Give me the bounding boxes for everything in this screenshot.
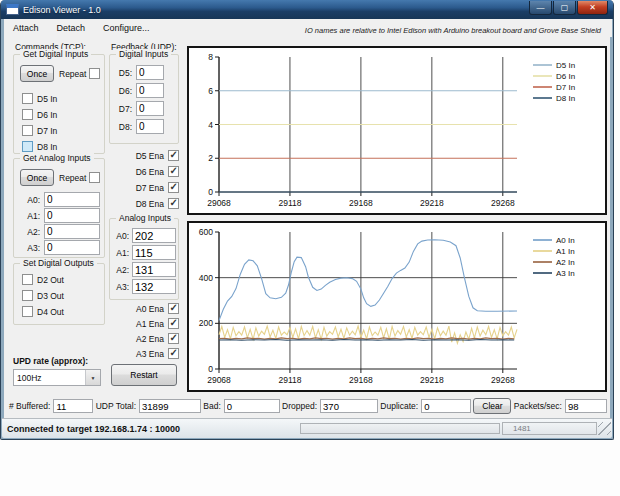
connection-status: Connected to target 192.168.1.74 : 10000 — [2, 424, 300, 434]
a1-ena-label: A1 Ena — [136, 319, 164, 329]
svg-text:A1 In: A1 In — [556, 247, 575, 256]
desktop: Edison Viewer - 1.0 — ▢ ✕ Attach Detach … — [0, 0, 620, 496]
get-analog-repeat-label: Repeat — [59, 173, 86, 183]
buffered-field[interactable] — [53, 399, 93, 413]
svg-text:29118: 29118 — [278, 375, 301, 385]
svg-text:29218: 29218 — [420, 198, 444, 208]
a3-ena-label: A3 Ena — [136, 349, 164, 359]
svg-text:8: 8 — [208, 52, 213, 62]
resize-grip-icon[interactable] — [598, 422, 611, 435]
get-digital-repeat-checkbox[interactable] — [89, 68, 100, 79]
svg-text:400: 400 — [199, 273, 213, 283]
svg-text:29268: 29268 — [491, 198, 515, 208]
svg-text:D5 In: D5 In — [556, 61, 575, 70]
fb-a2-field[interactable] — [132, 262, 176, 277]
duplicate-label: Duplicate: — [380, 401, 418, 411]
feedback-analog-group: Analog Inputs A0: A1: A2: A3: — [109, 218, 179, 300]
buffered-label: # Buffered: — [9, 401, 50, 411]
d6-ena-checkbox[interactable] — [168, 166, 179, 177]
analog-chart: 02004006002906829118291682921829268A0 In… — [189, 223, 605, 390]
get-analog-once-button[interactable]: Once — [20, 169, 54, 186]
get-analog-repeat-checkbox[interactable] — [89, 172, 100, 183]
svg-text:D7 In: D7 In — [556, 83, 575, 92]
get-digital-inputs-title: Get Digital Inputs — [20, 49, 91, 59]
svg-text:A3 In: A3 In — [556, 269, 575, 278]
d8-ena-checkbox[interactable] — [168, 198, 179, 209]
menu-attach[interactable]: Attach — [4, 21, 48, 35]
svg-text:200: 200 — [199, 318, 213, 328]
d5-in-label: D5 In — [37, 94, 57, 104]
svg-text:29068: 29068 — [207, 375, 231, 385]
d7-ena-label: D7 Ena — [136, 183, 164, 193]
d3-out-checkbox[interactable] — [22, 290, 33, 301]
d7-in-checkbox[interactable] — [22, 125, 33, 136]
fb-d5-field[interactable] — [136, 65, 164, 80]
fb-a2-label: A2: — [113, 265, 129, 275]
d5-in-checkbox[interactable] — [22, 93, 33, 104]
d5-ena-checkbox[interactable] — [168, 150, 179, 161]
set-digital-outputs-title: Set Digital Outputs — [20, 258, 97, 268]
d8-in-label: D8 In — [37, 142, 57, 152]
set-digital-outputs-group: Set Digital Outputs D2 Out D3 Out D4 Out — [13, 263, 105, 325]
io-note: IO names are relative to Intel Edison wi… — [305, 26, 601, 35]
dropdown-arrow-icon: ▼ — [85, 370, 100, 385]
a0-ena-checkbox[interactable] — [168, 303, 179, 314]
statusbar: Connected to target 192.168.1.74 : 10000… — [2, 418, 612, 438]
packets-label: Packets/sec: — [514, 401, 562, 411]
get-digital-once-button[interactable]: Once — [20, 65, 54, 82]
d6-in-label: D6 In — [37, 110, 57, 120]
app-window: Edison Viewer - 1.0 — ▢ ✕ Attach Detach … — [0, 0, 614, 440]
fb-a3-label: A3: — [113, 282, 129, 292]
fb-d6-label: D6: — [114, 86, 132, 96]
fb-d8-label: D8: — [114, 122, 132, 132]
fb-d8-field[interactable] — [136, 119, 164, 134]
d2-out-checkbox[interactable] — [22, 274, 33, 285]
restart-button[interactable]: Restart — [111, 364, 177, 386]
svg-text:600: 600 — [199, 227, 213, 237]
bad-label: Bad: — [203, 401, 221, 411]
fb-a1-field[interactable] — [132, 245, 176, 260]
d6-in-checkbox[interactable] — [22, 109, 33, 120]
fb-a1-label: A1: — [113, 248, 129, 258]
clear-button[interactable]: Clear — [473, 398, 511, 414]
fb-a0-field[interactable] — [132, 228, 176, 243]
d7-in-label: D7 In — [37, 126, 57, 136]
fb-d7-field[interactable] — [136, 101, 164, 116]
upd-rate-label: UPD rate (approx): — [13, 356, 88, 366]
a1-ena-checkbox[interactable] — [168, 318, 179, 329]
cmd-a0-field[interactable] — [44, 192, 100, 207]
d4-out-label: D4 Out — [37, 307, 64, 317]
dropped-field[interactable] — [320, 399, 378, 413]
cmd-a1-field[interactable] — [44, 208, 100, 223]
upd-rate-value: 100Hz — [14, 373, 85, 383]
a2-ena-label: A2 Ena — [136, 334, 164, 344]
packets-field[interactable] — [565, 399, 607, 413]
cmd-a3-field[interactable] — [44, 240, 100, 255]
cmd-a0-label: A0: — [20, 195, 40, 205]
minimize-button[interactable]: — — [529, 1, 552, 15]
d4-out-checkbox[interactable] — [22, 306, 33, 317]
titlebar[interactable]: Edison Viewer - 1.0 — ▢ ✕ — [1, 0, 613, 19]
udp-total-field[interactable] — [139, 399, 201, 413]
svg-text:29268: 29268 — [491, 375, 515, 385]
a2-ena-checkbox[interactable] — [168, 333, 179, 344]
d7-ena-checkbox[interactable] — [168, 182, 179, 193]
status-counter: 1481 — [502, 422, 597, 435]
upd-rate-dropdown[interactable]: 100Hz ▼ — [13, 369, 101, 386]
cmd-a2-field[interactable] — [44, 224, 100, 239]
a3-ena-checkbox[interactable] — [168, 348, 179, 359]
menu-configure[interactable]: Configure... — [94, 21, 159, 35]
d8-in-checkbox[interactable] — [22, 141, 33, 152]
fb-d6-field[interactable] — [136, 83, 164, 98]
fb-a3-field[interactable] — [132, 279, 176, 294]
get-digital-inputs-group: Get Digital Inputs Once Repeat D5 In D6 … — [13, 54, 105, 154]
bad-field[interactable] — [224, 399, 280, 413]
svg-text:D8 In: D8 In — [556, 94, 575, 103]
duplicate-field[interactable] — [421, 399, 471, 413]
fb-d7-label: D7: — [114, 104, 132, 114]
maximize-button[interactable]: ▢ — [553, 1, 576, 15]
menu-detach[interactable]: Detach — [48, 21, 95, 35]
d8-ena-label: D8 Ena — [136, 199, 164, 209]
close-button[interactable]: ✕ — [577, 1, 608, 15]
feedback-analog-title: Analog Inputs — [116, 213, 174, 223]
